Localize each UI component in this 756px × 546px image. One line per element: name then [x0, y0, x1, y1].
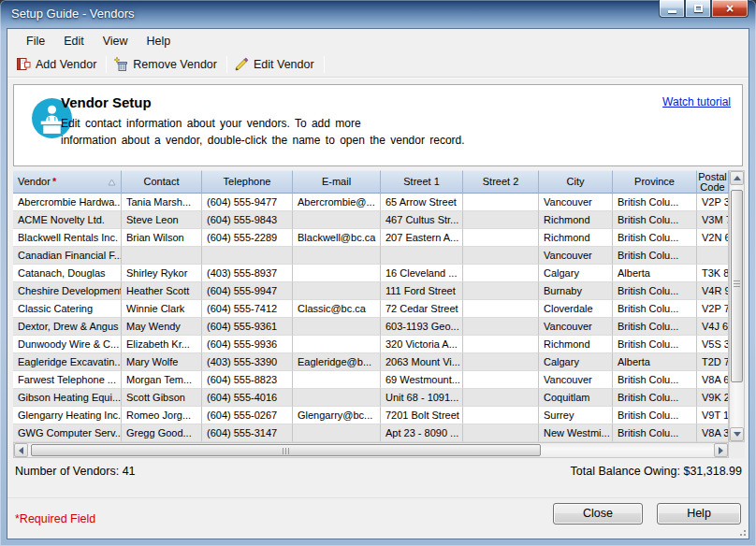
column-header-vendor[interactable]: Vendor * [13, 170, 122, 194]
vertical-scrollbar[interactable] [729, 170, 745, 442]
cell-telephone: (403) 555-8937 [202, 265, 293, 282]
table-row[interactable]: Abercrombie Hardwa...Tania Marsh...(604)… [13, 194, 729, 211]
add-vendor-button[interactable]: Add Vendor [11, 55, 104, 74]
description-line-1: Edit contact information about your vend… [61, 115, 465, 132]
cell-contact: Gregg Good... [122, 424, 202, 442]
cell-telephone [202, 247, 293, 265]
horizontal-scrollbar[interactable] [13, 442, 729, 458]
column-header-street2[interactable]: Street 2 [463, 170, 539, 194]
cell-telephone: (403) 555-3390 [202, 353, 293, 371]
cell-street1: 603-1193 Geo... [381, 318, 463, 336]
cell-city: Vancouver [539, 371, 613, 389]
cell-email [293, 211, 381, 229]
table-row[interactable]: GWG Computer Serv...Gregg Good...(604) 5… [13, 424, 729, 442]
dialog-client-area: File Edit View Help Add Vendor [7, 28, 749, 539]
column-header-postal-code[interactable]: Postal Code [697, 170, 729, 194]
cell-telephone: (604) 555-7412 [202, 300, 293, 318]
cell-telephone: (604) 555-9477 [202, 194, 293, 211]
cell-street1: 16 Cleveland ... [381, 265, 463, 282]
edit-vendor-button[interactable]: Edit Vendor [229, 55, 322, 74]
table-body: Abercrombie Hardwa...Tania Marsh...(604)… [13, 194, 729, 442]
cell-email: Blackwell@bc.ca [293, 229, 381, 247]
cell-contact: Elizabeth Kr... [122, 336, 202, 353]
cell-city: Richmond [539, 211, 613, 229]
column-label: Vendor [18, 177, 51, 187]
arrow-right-icon [719, 447, 723, 454]
cell-city: Vancouver [539, 247, 613, 265]
vertical-scrollbar-thumb[interactable] [731, 190, 743, 382]
table-row[interactable]: Canadian Financial F...VancouverBritish … [13, 247, 729, 265]
cell-postal-code: V8A 3W [697, 424, 729, 442]
cell-vendor: Dextor, Drew & Angus [13, 318, 122, 336]
toolbar: Add Vendor Remove Vendor [7, 52, 749, 78]
cell-vendor: ACME Novelty Ltd. [13, 211, 122, 229]
table-row[interactable]: Dextor, Drew & AngusMay Wendy(604) 555-9… [13, 318, 729, 336]
arrow-down-icon [734, 432, 741, 437]
cell-street1: 72 Cedar Street [381, 300, 463, 318]
table-row[interactable]: ACME Novelty Ltd.Steve Leon(604) 555-984… [13, 211, 729, 229]
maximize-button[interactable] [685, 0, 711, 18]
column-header-contact[interactable]: Contact [122, 170, 202, 194]
cell-vendor: Canadian Financial F... [13, 247, 122, 265]
panel-title: Vendor Setup [61, 94, 152, 110]
description-line-2: information about a vendor, double-click… [61, 132, 465, 149]
cell-province: British Colu... [613, 247, 697, 265]
table-row[interactable]: Dunwoody Wire & C...Elizabeth Kr...(604)… [13, 336, 729, 353]
cell-postal-code [697, 247, 729, 265]
table-row[interactable]: Classic CateringWinnie Clark(604) 555-74… [13, 300, 729, 318]
table-row[interactable]: Catanach, DouglasShirley Rykor(403) 555-… [13, 265, 729, 282]
table-row[interactable]: Farwest Telephone ...Morgan Tem...(604) … [13, 371, 729, 389]
cell-contact: Mary Wolfe [122, 353, 202, 371]
close-dialog-button[interactable]: Close [553, 503, 643, 524]
summary-bar: Number of Vendors: 41 Total Balance Owin… [15, 465, 742, 478]
scroll-right-button[interactable] [714, 443, 728, 457]
cell-email: Classic@bc.ca [293, 300, 381, 318]
scroll-left-button[interactable] [14, 443, 28, 457]
window: Setup Guide - Vendors × File Edit View H… [0, 0, 756, 546]
cell-street2 [463, 353, 539, 371]
required-field-note: *Required Field [15, 512, 95, 525]
column-header-telephone[interactable]: Telephone [202, 170, 293, 194]
column-header-street1[interactable]: Street 1 [381, 170, 463, 194]
menu-view[interactable]: View [94, 32, 138, 50]
cell-province: Alberta [613, 353, 697, 371]
scroll-down-button[interactable] [730, 427, 744, 441]
table-row[interactable]: Blackwell Rentals Inc.Brian Wilson(604) … [13, 229, 729, 247]
cell-contact: Morgan Tem... [122, 371, 202, 389]
menu-file[interactable]: File [17, 32, 54, 50]
minimize-button[interactable] [659, 0, 685, 18]
titlebar[interactable]: Setup Guide - Vendors × [0, 0, 756, 28]
cell-telephone: (604) 555-2289 [202, 229, 293, 247]
column-header-email[interactable]: E-mail [293, 170, 381, 194]
table-row[interactable]: Eagleridge Excavatin...Mary Wolfe(403) 5… [13, 353, 729, 371]
cell-postal-code: T3K 8V2 [697, 265, 729, 282]
table-row[interactable]: Gibson Heating Equi...Scott Gibson(604) … [13, 389, 729, 407]
table-row[interactable]: Glengarry Heating Inc.Romeo Jorg...(604)… [13, 407, 729, 424]
table-header: Vendor * Contact Telephone E-mail Street… [13, 170, 729, 194]
cell-street1: 111 Ford Street [381, 282, 463, 300]
column-label: Province [634, 177, 675, 187]
column-header-province[interactable]: Province [613, 170, 697, 194]
column-header-city[interactable]: City [539, 170, 613, 194]
thumb-grip-icon [283, 448, 290, 454]
cell-street1: 207 Eastern A... [381, 229, 463, 247]
help-button[interactable]: Help [657, 503, 741, 524]
cell-contact: Winnie Clark [122, 300, 202, 318]
cell-street1: 69 Westmount... [381, 371, 463, 389]
scroll-up-button[interactable] [730, 171, 744, 185]
cell-contact: Tania Marsh... [122, 194, 202, 211]
cell-email [293, 247, 381, 265]
table-row[interactable]: Cheshire DevelopmentHeather Scott(604) 5… [13, 282, 729, 300]
sort-ascending-icon [108, 179, 116, 186]
menu-edit[interactable]: Edit [54, 32, 94, 50]
remove-vendor-button[interactable]: Remove Vendor [109, 55, 225, 74]
menu-help[interactable]: Help [138, 32, 181, 50]
resize-grip[interactable] [737, 527, 747, 537]
cell-province: British Colu... [613, 336, 697, 353]
cell-province: British Colu... [613, 424, 697, 442]
horizontal-scrollbar-thumb[interactable] [31, 444, 541, 456]
edit-vendor-label: Edit Vendor [254, 58, 314, 71]
close-button[interactable]: × [711, 0, 749, 18]
watch-tutorial-link[interactable]: Watch tutorial [662, 95, 731, 108]
add-vendor-label: Add Vendor [36, 58, 96, 71]
